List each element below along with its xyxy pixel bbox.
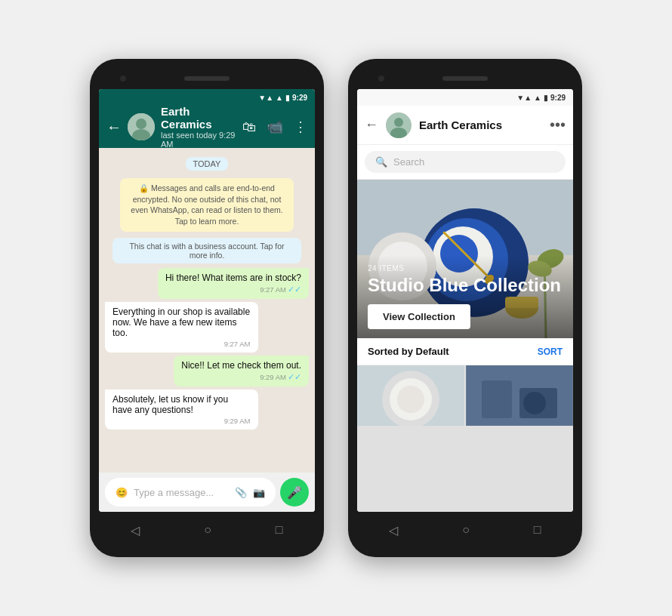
svg-point-26 [397, 386, 424, 413]
item-count: 24 ITEMS [368, 264, 563, 273]
sort-button[interactable]: SORT [538, 346, 563, 357]
contact-avatar-right [386, 112, 412, 138]
phone-right-screen: ▼▲ ▲ ▮ 9:29 ← Earth Ceramics ••• [357, 89, 573, 512]
search-placeholder: Search [393, 156, 424, 168]
svg-point-4 [394, 118, 403, 127]
received-time-2: 9:29 AM [113, 417, 251, 425]
status-time-right: 9:29 [550, 94, 566, 102]
status-bar-left: ▼▲ ▲ ▮ 9:29 [99, 89, 315, 106]
svg-point-1 [136, 119, 146, 129]
mic-button[interactable]: 🎤 [280, 478, 309, 507]
chat-input-bar: 😊 Type a message... 📎 📷 🎤 [99, 473, 315, 512]
nav-home-right[interactable]: ○ [462, 523, 470, 537]
catalog-hero: 24 ITEMS Studio Blue Collection View Col… [357, 180, 573, 338]
catalog-grid [357, 365, 573, 512]
message-input[interactable]: 😊 Type a message... 📎 📷 [105, 478, 276, 507]
sent-text-2: Nice!! Let me check them out. [181, 360, 301, 371]
received-text-1: Everything in our shop is available now.… [113, 306, 251, 338]
sent-message-1: Hi there! What items are in stock? 9:27 … [158, 268, 309, 299]
received-message-2: Absolutely, let us know if you have any … [105, 390, 258, 430]
nav-bar-left: ◁ ○ □ [99, 512, 315, 548]
catalog-header: ← Earth Ceramics ••• [357, 106, 573, 145]
scene: ▼▲ ▲ ▮ 9:29 ← Earth Ceramics [90, 59, 582, 557]
emoji-icon[interactable]: 😊 [116, 487, 128, 498]
svg-point-30 [523, 392, 546, 414]
received-message-1: Everything in our shop is available now.… [105, 302, 258, 353]
contact-name-left: Earth Ceramics [161, 105, 236, 131]
chat-body: TODAY 🔒 Messages and calls are end-to-en… [99, 148, 315, 473]
sent-message-2: Nice!! Let me check them out. 9:29 AM ✓✓ [174, 356, 309, 387]
received-text-2: Absolutely, let us know if you have any … [113, 394, 251, 415]
sort-bar: Sorted by Default SORT [357, 338, 573, 365]
grid-item-1[interactable] [357, 365, 464, 426]
speaker-right [442, 76, 488, 81]
nav-back-right[interactable]: ◁ [389, 523, 398, 537]
sent-text-1: Hi there! What items are in stock? [165, 273, 301, 283]
encryption-notice[interactable]: 🔒 Messages and calls are end-to-end encr… [120, 178, 294, 232]
camera-icon[interactable]: 📷 [253, 487, 265, 498]
attach-icon[interactable]: 📎 [235, 487, 247, 498]
catalog-contact-name: Earth Ceramics [419, 119, 542, 131]
input-placeholder: Type a message... [134, 487, 229, 498]
phone-left-screen: ▼▲ ▲ ▮ 9:29 ← Earth Ceramics [99, 89, 315, 512]
contact-info-left: Earth Ceramics last seen today 9:29 AM [161, 105, 236, 149]
contact-avatar-left [128, 113, 155, 140]
battery-icon: ▮ [285, 94, 290, 102]
battery-icon-right: ▮ [544, 94, 548, 102]
front-camera-left [120, 75, 126, 82]
view-collection-button[interactable]: View Collection [368, 304, 470, 329]
search-icon-right: 🔍 [375, 156, 387, 168]
sent-time-2: 9:29 AM ✓✓ [181, 372, 301, 382]
header-icons-left: 🛍 📹 ⋮ [242, 119, 307, 135]
contact-status-left: last seen today 9:29 AM [161, 131, 236, 149]
sort-label: Sorted by Default [368, 346, 449, 357]
signal-icon: ▼▲ [258, 94, 273, 102]
speaker-left [184, 76, 230, 81]
status-time-left: 9:29 [292, 94, 307, 102]
catalog-search-input[interactable]: 🔍 Search [365, 151, 566, 173]
grid-item-2-image [466, 365, 573, 426]
grid-item-2[interactable] [466, 365, 573, 426]
back-button-right[interactable]: ← [365, 117, 378, 133]
nav-back-left[interactable]: ◁ [131, 523, 140, 537]
phone-left: ▼▲ ▲ ▮ 9:29 ← Earth Ceramics [90, 59, 324, 557]
nav-bar-right: ◁ ○ □ [357, 512, 573, 548]
more-button-right[interactable]: ••• [550, 116, 566, 134]
sent-time-1: 9:27 AM ✓✓ [165, 285, 301, 294]
nav-square-right[interactable]: □ [534, 523, 541, 537]
received-time-1: 9:27 AM [113, 340, 251, 348]
wifi-icon: ▲ [276, 94, 283, 102]
business-notice[interactable]: This chat is with a business account. Ta… [113, 238, 301, 263]
svg-rect-28 [482, 380, 512, 418]
catalog-hero-overlay: 24 ITEMS Studio Blue Collection View Col… [357, 255, 573, 338]
catalog-search-bar: 🔍 Search [357, 145, 573, 180]
collection-name: Studio Blue Collection [368, 276, 563, 295]
wifi-icon-right: ▲ [534, 94, 541, 102]
phone-right: ▼▲ ▲ ▮ 9:29 ← Earth Ceramics ••• [348, 59, 582, 557]
front-camera-right [378, 75, 384, 82]
nav-square-left[interactable]: □ [276, 523, 283, 537]
phone-right-top-bar [357, 68, 573, 89]
date-badge: TODAY [186, 157, 229, 171]
back-button-left[interactable]: ← [106, 119, 122, 136]
shopping-icon[interactable]: 🛍 [242, 119, 256, 135]
mic-icon: 🎤 [287, 485, 302, 500]
read-ticks-1: ✓✓ [288, 285, 301, 294]
status-right-left: ▼▲ ▲ ▮ 9:29 [258, 94, 307, 102]
more-icon-left[interactable]: ⋮ [294, 119, 307, 135]
video-call-icon[interactable]: 📹 [267, 119, 283, 135]
status-bar-right: ▼▲ ▲ ▮ 9:29 [357, 89, 573, 106]
whatsapp-header: ← Earth Ceramics last seen today 9:29 AM… [99, 106, 315, 148]
grid-item-1-image [357, 365, 464, 426]
read-ticks-2: ✓✓ [288, 372, 301, 382]
signal-icon-right: ▼▲ [516, 94, 532, 102]
nav-home-left[interactable]: ○ [204, 523, 211, 537]
phone-left-top-bar [99, 68, 315, 89]
